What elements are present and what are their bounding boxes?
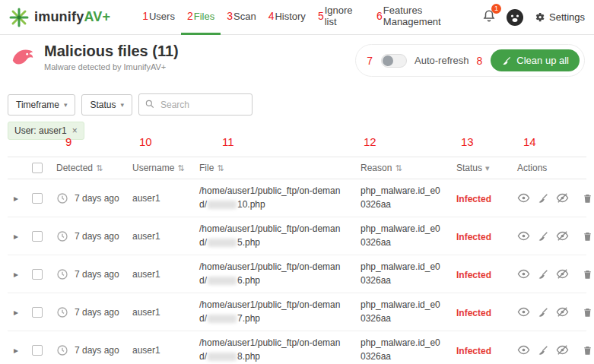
auto-refresh-toggle[interactable]: [381, 54, 407, 68]
ignore-file-icon[interactable]: [556, 267, 569, 280]
nav-items: 1 Users 2 Files 3 Scan 4 History 5 Ignor…: [136, 0, 482, 35]
row-username: auser1: [132, 307, 160, 318]
user-filter-chip-label: User: auser1: [14, 125, 67, 136]
imunify-dragon-icon: [9, 44, 37, 70]
expand-row-icon[interactable]: ▸: [14, 231, 18, 242]
view-file-icon[interactable]: [517, 229, 530, 242]
expand-row-icon[interactable]: ▸: [14, 193, 18, 204]
status-badge: Infected: [456, 308, 491, 318]
timeframe-label: Timeframe: [16, 100, 59, 110]
nav-item[interactable]: 5 Ignore list: [312, 0, 370, 35]
annotation-11: 11: [222, 135, 234, 148]
ignore-file-icon[interactable]: [556, 191, 569, 204]
avatar[interactable]: [506, 8, 524, 27]
row-checkbox[interactable]: [32, 269, 43, 280]
gear-icon: [534, 11, 545, 23]
status-filter[interactable]: Status ▾: [81, 94, 132, 116]
table-row: ▸ 7 days ago auser1 /home/auser1/public_…: [8, 179, 586, 217]
annotation-9: 9: [65, 135, 71, 148]
row-reason: php_malware.id_e00326aa: [361, 261, 440, 285]
row-checkbox[interactable]: [32, 231, 43, 242]
cleanup-file-icon[interactable]: [537, 268, 549, 280]
row-checkbox[interactable]: [32, 345, 43, 356]
nav-item[interactable]: 2 Files: [181, 0, 221, 35]
ignore-file-icon[interactable]: [556, 229, 569, 242]
status-badge: Infected: [456, 232, 491, 242]
notifications-button[interactable]: 1: [482, 9, 496, 26]
annotation-14: 14: [523, 135, 536, 148]
clean-up-all-button[interactable]: Clean up all: [491, 49, 580, 71]
view-file-icon[interactable]: [517, 191, 530, 204]
top-nav: imunifyAV+ 1 Users 2 Files 3 Scan 4 Hist…: [0, 0, 594, 35]
sort-icon: ⇅: [177, 163, 184, 173]
file-path-suffix: 7.php: [237, 313, 260, 324]
view-file-icon[interactable]: [517, 267, 530, 280]
header-status[interactable]: Status▾: [450, 163, 511, 173]
user-filter-chip[interactable]: User: auser1 ×: [8, 122, 84, 140]
expand-row-icon[interactable]: ▸: [14, 345, 18, 356]
header-reason[interactable]: Reason⇅: [354, 163, 450, 173]
nav-item-label: Ignore list: [325, 5, 364, 27]
select-all-checkbox[interactable]: [32, 163, 43, 173]
delete-file-icon[interactable]: [582, 192, 593, 204]
nav-right: 1 Settings: [482, 8, 585, 27]
timeframe-filter[interactable]: Timeframe ▾: [8, 94, 75, 116]
brand[interactable]: imunifyAV+: [9, 8, 110, 27]
settings-button[interactable]: Settings: [534, 11, 585, 23]
page: imunifyAV+ 1 Users 2 Files 3 Scan 4 Hist…: [0, 0, 594, 364]
row-reason: php_malware.id_e00326aa: [361, 223, 440, 247]
row-file-path: /home/auser1/public_ftp/on-demand/10.php: [193, 185, 354, 211]
view-file-icon[interactable]: [517, 343, 530, 356]
broom-icon: [501, 55, 512, 66]
expand-row-icon[interactable]: ▸: [14, 269, 18, 280]
delete-file-icon[interactable]: [582, 344, 593, 356]
table-row: ▸ 7 days ago auser1 /home/auser1/public_…: [8, 255, 586, 293]
nav-item-label: Files: [194, 11, 214, 22]
nav-item[interactable]: 4 History: [262, 0, 312, 35]
nav-item[interactable]: 1 Users: [136, 0, 181, 35]
cleanup-file-icon[interactable]: [537, 306, 549, 318]
brand-text: imunifyAV+: [34, 9, 110, 25]
cleanup-file-icon[interactable]: [537, 344, 549, 356]
status-badge: Infected: [456, 346, 491, 356]
row-checkbox[interactable]: [32, 307, 43, 318]
nav-item-label: History: [275, 11, 305, 22]
table-row: ▸ 7 days ago auser1 /home/auser1/public_…: [8, 293, 586, 331]
clock-icon: [56, 268, 68, 280]
ignore-file-icon[interactable]: [556, 305, 569, 318]
filter-bar: Timeframe ▾ Status ▾: [8, 93, 586, 116]
header-username[interactable]: Username⇅: [126, 163, 193, 173]
annotation-number: 3: [227, 10, 233, 22]
nav-item[interactable]: 6 Features Management: [370, 0, 482, 35]
clean-up-all-label: Clean up all: [516, 55, 569, 66]
row-checkbox[interactable]: [32, 193, 43, 204]
ignore-file-icon[interactable]: [556, 343, 569, 356]
clock-icon: [56, 192, 68, 204]
header-actions: Actions: [511, 163, 586, 173]
delete-file-icon[interactable]: [582, 230, 593, 242]
expand-row-icon[interactable]: ▸: [14, 307, 18, 318]
delete-file-icon[interactable]: [582, 306, 593, 318]
annotation-number: 1: [142, 10, 148, 22]
detected-time: 7 days ago: [75, 193, 119, 204]
redacted-text: [208, 201, 237, 209]
annotation-7: 7: [367, 55, 373, 67]
chip-close-icon[interactable]: ×: [72, 125, 78, 136]
auto-refresh-label: Auto-refresh: [415, 55, 469, 66]
cleanup-file-icon[interactable]: [537, 230, 549, 242]
header-file[interactable]: File⇅: [193, 163, 354, 173]
row-username: auser1: [132, 269, 160, 280]
row-username: auser1: [132, 345, 160, 356]
status-filter-label: Status: [90, 100, 116, 110]
delete-file-icon[interactable]: [582, 268, 593, 280]
table-header: Detected⇅ Username⇅ File⇅ Reason⇅ Status…: [8, 157, 586, 179]
page-title: Malicious files (11): [44, 43, 179, 60]
view-file-icon[interactable]: [517, 305, 530, 318]
row-file-path: /home/auser1/public_ftp/on-demand/8.php: [193, 337, 354, 363]
annotation-13: 13: [461, 135, 474, 148]
header-detected[interactable]: Detected⇅: [50, 163, 126, 173]
nav-item[interactable]: 3 Scan: [221, 0, 262, 35]
cleanup-file-icon[interactable]: [537, 192, 549, 204]
active-filters: User: auser1 ×: [8, 122, 586, 140]
search-input[interactable]: [138, 93, 253, 116]
